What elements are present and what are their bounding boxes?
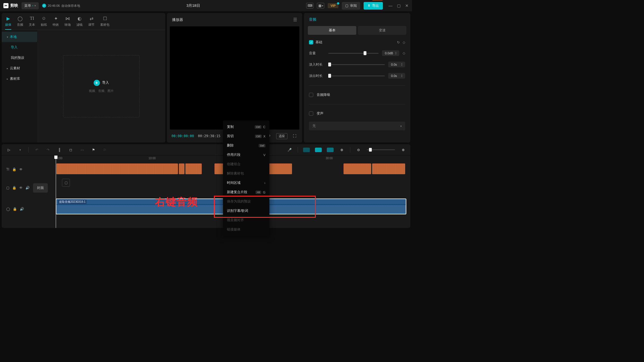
export-icon: ⬆ xyxy=(368,4,370,8)
close-button[interactable]: ✕ xyxy=(405,3,409,8)
spinner-icon[interactable]: ▴▾ xyxy=(401,74,402,77)
split-tool[interactable]: ║ xyxy=(56,147,63,153)
tab-filter[interactable]: ◐滤镜 xyxy=(76,15,83,30)
text-clip[interactable] xyxy=(344,163,371,174)
tab-transition[interactable]: ⋈转场 xyxy=(65,15,71,30)
minimize-button[interactable]: — xyxy=(388,3,392,8)
fade-in-value[interactable]: 0.0s▴▾ xyxy=(388,62,405,67)
marker-tool-2[interactable]: ⚐ xyxy=(102,147,108,153)
row-denoise: 音频降噪 xyxy=(309,92,405,97)
window-controls: — ▢ ✕ xyxy=(388,3,409,8)
volume-value[interactable]: 0.0dB▴▾ xyxy=(382,50,399,56)
fullscreen-icon[interactable]: ⛶ xyxy=(291,133,298,139)
export-button[interactable]: ⬆ 导出 xyxy=(364,2,383,10)
audio-icon: ◯ xyxy=(17,15,23,21)
spinner-icon[interactable]: ▴▾ xyxy=(395,51,396,55)
tab-effect[interactable]: ✦特效 xyxy=(53,15,59,30)
player-menu-icon[interactable]: ☰ xyxy=(293,17,297,22)
mute-icon[interactable]: 🔊 xyxy=(20,207,24,211)
divider xyxy=(309,85,405,86)
magnet-icon[interactable]: ⊕ xyxy=(339,147,345,153)
tree-library[interactable]: ▸素材库 xyxy=(2,74,37,84)
tab-media[interactable]: ▶媒体 xyxy=(5,15,11,30)
context-menu: 复制CtrlC 剪切CtrlX 删除Del 停用片段V 创建组合 解除素材包 时… xyxy=(223,120,269,231)
lock-icon[interactable]: 🔒 xyxy=(12,167,16,171)
tab-material-pack[interactable]: ☐素材包 xyxy=(100,15,110,30)
fade-out-slider[interactable] xyxy=(328,76,385,76)
volume-slider[interactable] xyxy=(328,53,379,54)
text-clip[interactable] xyxy=(185,163,202,174)
review-button[interactable]: ▢ 审阅 xyxy=(342,2,360,10)
undo-button[interactable]: ↶ xyxy=(34,147,40,153)
caret-right-icon: ▸ xyxy=(7,77,8,80)
eye-icon[interactable]: 👁 xyxy=(19,167,23,171)
zoom-slider[interactable] xyxy=(367,149,395,150)
tab-sticker[interactable]: ☺贴纸 xyxy=(41,15,47,30)
ctx-disable-clip[interactable]: 停用片段V xyxy=(223,150,269,160)
lock-icon[interactable]: 🔒 xyxy=(12,186,16,190)
zoom-out-icon[interactable]: ⊖ xyxy=(355,147,362,153)
ctx-time-range[interactable]: 时间区域› xyxy=(223,178,269,188)
row-fade-in: 淡入时长 0.0s▴▾ xyxy=(309,62,405,67)
keyboard-icon[interactable]: ⌨ xyxy=(306,3,314,8)
voice-change-select[interactable]: 无 ▾ xyxy=(309,122,405,130)
text-track-icon: TI xyxy=(6,167,9,171)
ctx-copy[interactable]: 复制CtrlC xyxy=(223,122,269,132)
text-clip[interactable] xyxy=(372,163,405,174)
tab-text[interactable]: TI文本 xyxy=(29,15,35,30)
track-toggle-3[interactable] xyxy=(327,148,334,152)
spinner-icon[interactable]: ▴▾ xyxy=(401,63,402,66)
fit-button[interactable]: 适应 xyxy=(276,133,287,139)
tree-local[interactable]: ▾本地 xyxy=(2,32,37,42)
tab-audio[interactable]: ◯音频 xyxy=(17,15,23,30)
mic-icon[interactable]: 🎤 xyxy=(286,147,293,153)
pointer-tool[interactable]: ▷ xyxy=(6,147,12,153)
menu-button[interactable]: 菜单 ● ▾ xyxy=(22,2,39,9)
fade-out-value[interactable]: 0.0s▴▾ xyxy=(388,73,405,79)
vip-badge[interactable]: VIP xyxy=(328,3,338,8)
timecode-total: 00:29:38:15 xyxy=(198,134,220,138)
basics-checkbox[interactable]: ✓ xyxy=(309,40,313,44)
import-box[interactable]: + 导入 视频、音频、图片 xyxy=(63,55,139,117)
tab-speed[interactable]: 变速 xyxy=(358,26,406,35)
ctx-delete[interactable]: 删除Del xyxy=(223,141,269,150)
tree-presets[interactable]: 我的预设 xyxy=(2,53,37,63)
reset-icon[interactable]: ↻ xyxy=(397,40,400,44)
maximize-button[interactable]: ▢ xyxy=(397,3,401,8)
track-toggle-2[interactable] xyxy=(315,148,322,152)
divider xyxy=(309,104,405,104)
text-clip[interactable] xyxy=(56,163,178,174)
tab-adjust[interactable]: ⇄调节 xyxy=(88,15,95,30)
app-name: 剪映 xyxy=(10,3,18,8)
denoise-checkbox[interactable] xyxy=(309,93,313,97)
cover-button[interactable]: 封面 xyxy=(33,183,48,193)
playhead[interactable] xyxy=(56,156,56,228)
check-icon: ✓ xyxy=(42,4,46,8)
crop-tool[interactable]: ◻ xyxy=(68,147,74,153)
media-drop-area[interactable]: + 导入 视频、音频、图片 xyxy=(37,30,165,143)
voice-change-checkbox[interactable] xyxy=(309,111,313,116)
marker-tool[interactable]: ⚑ xyxy=(90,147,96,153)
tree-cloud[interactable]: ▸云素材 xyxy=(2,63,37,74)
chevron-right-icon: › xyxy=(264,181,265,185)
import-button[interactable]: + 导入 xyxy=(94,80,109,86)
ctx-compound[interactable]: 新建复合片段AltG xyxy=(223,188,269,197)
player-canvas[interactable] xyxy=(170,26,299,130)
delete-tool[interactable]: ▭ xyxy=(79,147,85,153)
ctx-cut[interactable]: 剪切CtrlX xyxy=(223,132,269,141)
tree-import[interactable]: 导入 xyxy=(2,42,37,53)
layout-icon[interactable]: ▦▾ xyxy=(317,3,324,8)
fade-in-slider[interactable] xyxy=(328,64,385,65)
chevron-down-icon[interactable]: ▾ xyxy=(17,147,23,153)
zoom-in-icon[interactable]: ⊕ xyxy=(400,147,406,153)
tab-basic[interactable]: 基本 xyxy=(308,26,356,35)
lock-icon[interactable]: 🔒 xyxy=(13,207,17,211)
keyframe-icon[interactable]: ◇ xyxy=(403,40,405,44)
ctx-recognize[interactable]: 识别字幕/歌词 xyxy=(223,206,269,216)
mute-icon[interactable]: 🔊 xyxy=(25,186,30,190)
keyframe-icon[interactable]: ◇ xyxy=(403,51,405,55)
track-toggle-1[interactable] xyxy=(303,148,310,152)
eye-icon[interactable]: 👁 xyxy=(19,186,23,190)
redo-button[interactable]: ↷ xyxy=(45,147,51,153)
text-clip[interactable] xyxy=(179,163,184,174)
